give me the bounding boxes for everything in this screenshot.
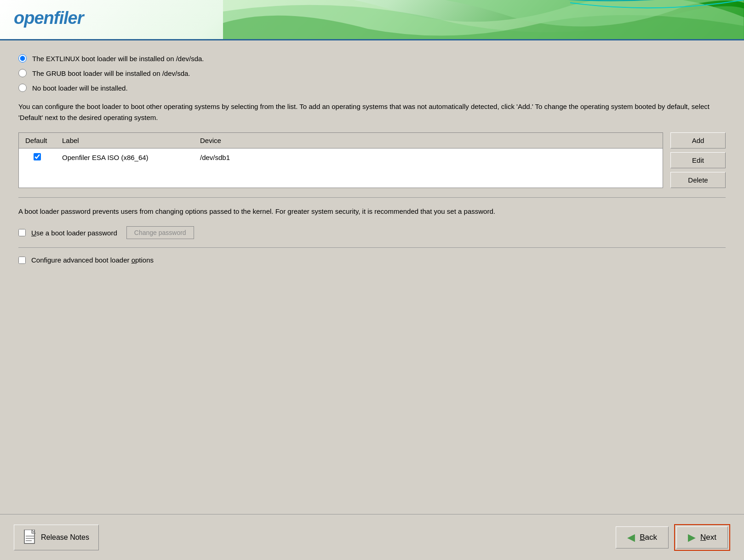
document-icon [23,530,36,545]
divider-1 [18,197,726,198]
grub-option[interactable]: The GRUB boot loader will be installed o… [18,69,726,77]
next-button-wrapper: ▶ Next [674,524,730,551]
add-button[interactable]: Add [670,132,726,149]
advanced-section: Configure advanced boot loader options [18,256,726,264]
release-notes-button[interactable]: Release Notes [14,525,99,550]
extlinux-label: The EXTLINUX boot loader will be install… [32,55,204,63]
next-arrow-icon: ▶ [688,531,696,543]
back-label: Back [640,533,657,542]
col-default: Default [19,133,56,149]
next-button[interactable]: ▶ Next [676,526,728,549]
divider-2 [18,247,726,248]
extlinux-radio[interactable] [18,54,27,63]
table-row: Openfiler ESA ISO (x86_64) /dev/sdb1 [19,149,663,167]
advanced-options-checkbox[interactable] [18,257,26,264]
header: openfiler [0,0,744,40]
change-password-button: Change password [126,226,194,239]
back-arrow-icon: ◀ [627,531,635,543]
password-row: Use a boot loader password Change passwo… [18,226,726,239]
table-header-row: Default Label Device [19,133,663,149]
release-notes-label: Release Notes [41,533,89,542]
advanced-options-label[interactable]: Configure advanced boot loader options [31,256,154,264]
boot-entries-section: Default Label Device Openfiler ESA ISO (… [18,132,726,188]
table-action-buttons: Add Edit Delete [670,132,726,188]
grub-label: The GRUB boot loader will be installed o… [32,69,190,77]
no-bootloader-option[interactable]: No boot loader will be installed. [18,84,726,92]
bootloader-description: You can configure the boot loader to boo… [18,101,726,123]
no-bootloader-label: No boot loader will be installed. [32,84,128,92]
delete-button[interactable]: Delete [670,172,726,188]
row-label-cell: Openfiler ESA ISO (x86_64) [56,149,194,167]
advanced-row: Configure advanced boot loader options [18,256,726,264]
next-label: Next [700,533,716,542]
row-checkbox-cell[interactable] [19,149,56,167]
bootloader-options: The EXTLINUX boot loader will be install… [18,54,726,92]
col-label: Label [56,133,194,149]
use-password-checkbox[interactable] [18,229,26,236]
footer: Release Notes ◀ Back ▶ Next [0,514,744,560]
app-logo: openfiler [14,8,83,28]
back-button[interactable]: ◀ Back [616,526,669,549]
boot-table: Default Label Device Openfiler ESA ISO (… [19,133,663,166]
use-password-label[interactable]: Use a boot loader password [31,229,117,237]
row-default-checkbox[interactable] [34,153,41,160]
main-content: The EXTLINUX boot loader will be install… [0,40,744,291]
grub-radio[interactable] [18,69,27,77]
password-section: A boot loader password prevents users fr… [18,206,726,239]
col-device: Device [194,133,663,149]
header-waves [223,0,744,39]
no-bootloader-radio[interactable] [18,84,27,92]
footer-nav: ◀ Back ▶ Next [616,524,730,551]
edit-button[interactable]: Edit [670,152,726,168]
password-description: A boot loader password prevents users fr… [18,206,726,217]
extlinux-option[interactable]: The EXTLINUX boot loader will be install… [18,54,726,63]
use-label-text: Use a boot loader password [31,229,117,237]
row-device-cell: /dev/sdb1 [194,149,663,167]
advanced-label-text: Configure advanced boot loader options [31,256,154,264]
boot-table-container: Default Label Device Openfiler ESA ISO (… [18,132,663,188]
